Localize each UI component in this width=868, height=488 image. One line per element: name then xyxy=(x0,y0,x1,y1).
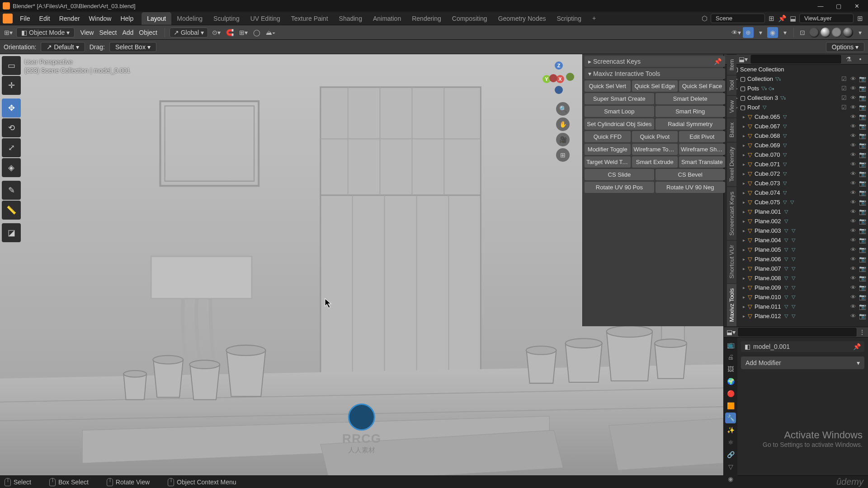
shading-wireframe-icon[interactable] xyxy=(809,28,819,38)
axis-neg-x-icon[interactable] xyxy=(549,74,557,82)
outliner-row-cube-068[interactable]: ▸▽Cube.068▽👁📷 xyxy=(724,131,868,141)
axis-neg-y-icon[interactable] xyxy=(566,73,574,81)
prop-tab-scene[interactable]: 🌍 xyxy=(725,376,736,387)
add-modifier-dropdown[interactable]: Add Modifier▾ xyxy=(741,357,864,369)
panel-header-screencast[interactable]: ▸ Screencast Keys📌 xyxy=(585,56,725,67)
axis-z-icon[interactable]: Z xyxy=(555,61,563,70)
outliner-row-collection-3[interactable]: ▸▢Collection 3▽₂☑👁📷 xyxy=(724,93,868,103)
tool-btn-cs-bevel[interactable]: CS Bevel xyxy=(656,169,725,180)
tool-btn-quick-sel-edge[interactable]: Quick Sel Edge xyxy=(632,80,678,92)
menu-edit[interactable]: Edit xyxy=(35,15,55,22)
tool-btn-smart-extrude[interactable]: Smart Extrude xyxy=(632,156,678,168)
pin-scene-icon[interactable]: 📌 xyxy=(778,14,787,23)
tool-btn-quick-sel-face[interactable]: Quick Sel Face xyxy=(679,80,725,92)
scene-icon[interactable]: ⬡ xyxy=(700,14,709,23)
outliner-row-cube-069[interactable]: ▸▽Cube.069▽👁📷 xyxy=(724,141,868,150)
annotate-tool[interactable]: ✎ xyxy=(2,181,21,200)
npanel-tab-view[interactable]: View xyxy=(727,95,736,117)
rotate-tool[interactable]: ⟲ xyxy=(2,118,21,137)
tab-scripting[interactable]: Scripting xyxy=(551,12,586,25)
outliner-row-plane-011[interactable]: ▸▽Plane.011▽▽👁📷 xyxy=(724,302,868,311)
gizmo-options-icon[interactable]: ▾ xyxy=(755,27,766,38)
prop-tab-output[interactable]: 🖨 xyxy=(725,352,736,362)
properties-search-input[interactable] xyxy=(737,327,857,337)
tool-btn-quick-pivot[interactable]: Quick Pivot xyxy=(632,131,678,142)
shading-solid-icon[interactable] xyxy=(821,28,830,38)
tool-btn-edit-pivot[interactable]: Edit Pivot xyxy=(679,131,725,142)
viewport-menu-view[interactable]: View xyxy=(77,29,96,36)
snap-icon[interactable]: 🧲 xyxy=(224,27,235,38)
blender-logo-icon[interactable] xyxy=(3,14,13,23)
orbit-gizmo[interactable]: Z Y X xyxy=(542,61,575,94)
prop-tab-render[interactable]: 📺 xyxy=(725,339,736,350)
shading-rendered-icon[interactable] xyxy=(843,28,853,38)
tool-btn-quick-ffd[interactable]: Quick FFD xyxy=(585,131,631,142)
npanel-tab-shortcut-vur[interactable]: Shortcut VUr xyxy=(727,240,736,283)
snap-options-icon[interactable]: ⊞▾ xyxy=(238,27,249,38)
tab-rendering[interactable]: Rendering xyxy=(406,12,447,25)
tool-btn-super-smart-create[interactable]: Super Smart Create xyxy=(585,93,654,104)
close-button[interactable]: ✕ xyxy=(848,1,865,11)
properties-breadcrumb[interactable]: ◧ model_0.001📌 xyxy=(741,341,864,352)
ortho-toggle-icon[interactable]: ⊞ xyxy=(556,148,570,162)
tool-btn-set-cylindrical-obj-sides[interactable]: Set Cylindrical Obj Sides xyxy=(585,118,654,130)
outliner-row-cube-073[interactable]: ▸▽Cube.073▽👁📷 xyxy=(724,178,868,188)
transform-orientation-dropdown[interactable]: ↗ Global ▾ xyxy=(170,28,208,38)
pan-icon[interactable]: ✋ xyxy=(556,117,570,131)
tool-btn-target-weld-to-[interactable]: Target Weld To... xyxy=(585,156,631,168)
menu-help[interactable]: Help xyxy=(116,15,138,22)
menu-file[interactable]: File xyxy=(15,15,35,22)
tool-btn-rotate-uv-90-neg[interactable]: Rotate UV 90 Neg xyxy=(656,182,725,193)
outliner-row-plane-012[interactable]: ▸▽Plane.012▽▽👁📷 xyxy=(724,311,868,321)
proportional-falloff-icon[interactable]: ⛰▾ xyxy=(265,27,276,38)
viewport-menu-object[interactable]: Object xyxy=(136,29,160,36)
prop-tab-particles[interactable]: ✨ xyxy=(725,425,736,436)
maximize-button[interactable]: ▢ xyxy=(830,1,847,11)
prop-tab-constraints[interactable]: 🔗 xyxy=(725,449,736,460)
tab-shading[interactable]: Shading xyxy=(334,12,368,25)
viewlayer-field[interactable]: ViewLayer xyxy=(799,14,854,23)
select-box-tool[interactable]: ▭ xyxy=(2,56,21,75)
outliner-row-cube-067[interactable]: ▸▽Cube.067▽👁📷 xyxy=(724,122,868,131)
axis-neg-z-icon[interactable] xyxy=(555,86,563,94)
prop-tab-viewlayer[interactable]: 🖼 xyxy=(725,364,736,375)
prop-tab-material[interactable]: ◉ xyxy=(725,474,736,484)
npanel-tab-batex[interactable]: Batex xyxy=(727,117,736,142)
pivot-icon[interactable]: ⊙▾ xyxy=(211,27,222,38)
new-scene-icon[interactable]: ⊞ xyxy=(767,14,776,23)
menu-render[interactable]: Render xyxy=(55,15,85,22)
overlay-toggle-icon[interactable]: ◉ xyxy=(767,27,778,38)
outliner-new-collection-icon[interactable]: • xyxy=(855,54,865,64)
tool-btn-rotate-uv-90-pos[interactable]: Rotate UV 90 Pos xyxy=(585,182,654,193)
viewport-menu-select[interactable]: Select xyxy=(96,29,119,36)
outliner-row-plane-009[interactable]: ▸▽Plane.009▽▽👁📷 xyxy=(724,283,868,292)
scale-tool[interactable]: ⤢ xyxy=(2,138,21,157)
gizmo-toggle-icon[interactable]: ⊕ xyxy=(743,27,754,38)
scene-field[interactable]: Scene xyxy=(711,14,765,23)
viewlayer-icon[interactable]: ⬓ xyxy=(788,14,797,23)
outliner-display-icon[interactable]: ⬓▾ xyxy=(738,54,748,64)
tool-btn-quick-sel-vert[interactable]: Quick Sel Vert xyxy=(585,80,631,92)
npanel-tab-maxivz-tools[interactable]: Maxivz Tools xyxy=(727,283,736,326)
outliner-row-cube-065[interactable]: ▸▽Cube.065▽👁📷 xyxy=(724,112,868,122)
visibility-icon[interactable]: 👁▾ xyxy=(731,27,741,38)
options-dropdown[interactable]: Options ▾ xyxy=(826,42,864,52)
outliner-row-scene-collection[interactable]: ▾▢Scene Collection xyxy=(724,65,868,74)
camera-icon[interactable]: 🎥 xyxy=(556,133,570,146)
prop-tab-world[interactable]: 🔴 xyxy=(725,388,736,399)
outliner-row-cube-070[interactable]: ▸▽Cube.070▽👁📷 xyxy=(724,150,868,160)
editor-type-icon[interactable]: ⊞▾ xyxy=(3,27,14,38)
add-workspace-button[interactable]: + xyxy=(587,12,601,25)
prop-tab-modifier[interactable]: 🔧 xyxy=(725,413,736,423)
tool-btn-smart-delete[interactable]: Smart Delete xyxy=(656,93,725,104)
outliner-search-input[interactable] xyxy=(750,54,842,64)
tab-layout[interactable]: Layout xyxy=(142,12,171,25)
outliner-row-plane-001[interactable]: ▸▽Plane.001▽👁📷 xyxy=(724,207,868,216)
tab-geometry-nodes[interactable]: Geometry Nodes xyxy=(493,12,552,25)
menu-window[interactable]: Window xyxy=(85,15,116,22)
move-tool[interactable]: ✥ xyxy=(2,99,21,117)
panel-header-maxivz[interactable]: ▾ Maxivz Interactive Tools xyxy=(585,68,725,79)
tab-texture-paint[interactable]: Texture Paint xyxy=(286,12,334,25)
viewport-menu-add[interactable]: Add xyxy=(119,29,136,36)
outliner-row-plane-006[interactable]: ▸▽Plane.006▽▽👁📷 xyxy=(724,254,868,264)
